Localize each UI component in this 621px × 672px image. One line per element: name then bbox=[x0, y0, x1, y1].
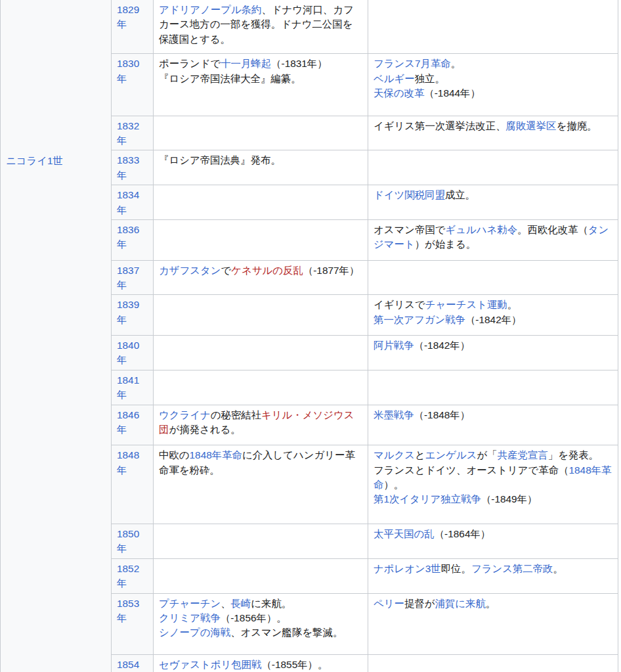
wiki-link[interactable]: 米墨戦争 bbox=[374, 409, 414, 420]
text-segment: （-1842年） bbox=[465, 314, 522, 325]
russia-events-cell: セヴァストポリ包囲戦（-1855年）。 bbox=[154, 654, 368, 672]
wiki-link[interactable]: ドイツ関税同盟 bbox=[374, 189, 445, 200]
text-segment: 即位。 bbox=[441, 563, 471, 574]
russia-events-cell: ウクライナの秘密結社キリル・メソジウス団が摘発される。 bbox=[154, 405, 368, 445]
text-segment: が摘発される。 bbox=[169, 424, 240, 435]
year-link[interactable]: 1850年 bbox=[117, 528, 139, 554]
year-link[interactable]: 1853年 bbox=[117, 598, 139, 623]
russia-events-cell: カザフスタンでケネサルの反乱（-1877年） bbox=[154, 260, 368, 295]
text-segment: 提督が bbox=[404, 598, 435, 609]
wiki-link[interactable]: 長崎 bbox=[231, 598, 251, 609]
world-events-cell: フランス7月革命。 ベルギー独立。 天保の改革（-1844年） bbox=[368, 54, 618, 116]
russia-events-cell: プチャーチン、長崎に来航。 クリミア戦争（-1856年）。 シノープの海戦、オス… bbox=[154, 593, 368, 654]
wiki-link[interactable]: マルクス bbox=[374, 449, 415, 460]
year-link[interactable]: 1840年 bbox=[117, 340, 139, 365]
text-segment: 『ロシア帝国法典』発布。 bbox=[159, 154, 281, 166]
wiki-link[interactable]: エンゲルス bbox=[425, 449, 477, 460]
year-link[interactable]: 1837年 bbox=[117, 265, 139, 290]
year-link[interactable]: 1839年 bbox=[117, 299, 139, 325]
wiki-link[interactable]: アドリアノープル条約 bbox=[159, 4, 261, 15]
wiki-link[interactable]: ペリー bbox=[374, 598, 404, 609]
year-cell: 1830年 bbox=[112, 54, 154, 116]
year-link[interactable]: 1852年 bbox=[117, 563, 139, 589]
timeline-row: ニコライ1世1829年アドリアノープル条約、ドナウ河口、カフカース地方の一部を獲… bbox=[1, 0, 618, 54]
wiki-link[interactable]: ベルギー bbox=[374, 73, 415, 84]
text-segment: （-1877年） bbox=[303, 265, 360, 276]
year-link[interactable]: 1836年 bbox=[117, 224, 139, 250]
text-segment: （-1864年） bbox=[435, 528, 491, 539]
text-segment: （-1856年）。 bbox=[221, 612, 287, 623]
year-link[interactable]: 1830年 bbox=[117, 58, 139, 83]
wiki-link[interactable]: シノープの海戦 bbox=[159, 627, 230, 638]
russia-events-cell: 『ロシア帝国法典』発布。 bbox=[154, 150, 368, 185]
year-link[interactable]: 1854年 bbox=[117, 659, 139, 672]
year-cell: 1853年 bbox=[112, 593, 154, 654]
text-segment: で bbox=[221, 265, 232, 276]
year-cell: 1833年 bbox=[112, 150, 154, 185]
text-segment: 中欧の bbox=[159, 449, 190, 460]
wiki-link[interactable]: カザフスタン bbox=[159, 265, 221, 276]
year-link[interactable]: 1846年 bbox=[117, 409, 139, 435]
year-cell: 1854年 bbox=[112, 654, 154, 672]
text-segment: ポーランドで bbox=[159, 58, 221, 69]
wiki-link[interactable]: チャーチスト運動 bbox=[425, 299, 507, 310]
year-link[interactable]: 1829年 bbox=[117, 4, 139, 30]
wiki-link[interactable]: 第1次イタリア独立戦争 bbox=[374, 493, 481, 504]
wiki-link[interactable]: 第一次アフガン戦争 bbox=[374, 314, 465, 325]
wiki-link[interactable]: 阿片戦争 bbox=[374, 340, 414, 351]
wiki-article-viewport: ニコライ1世1829年アドリアノープル条約、ドナウ河口、カフカース地方の一部を獲… bbox=[0, 0, 621, 672]
ruler-link[interactable]: ニコライ1世 bbox=[6, 155, 63, 166]
year-cell: 1848年 bbox=[112, 445, 154, 524]
wiki-link[interactable]: ギュルハネ勅令 bbox=[446, 224, 518, 235]
text-segment: オスマン帝国で bbox=[374, 224, 446, 235]
wiki-link[interactable]: ウクライナ bbox=[159, 409, 211, 420]
russia-events-cell bbox=[154, 116, 368, 150]
year-cell: 1846年 bbox=[112, 405, 154, 445]
year-cell: 1832年 bbox=[112, 116, 154, 150]
world-events-cell bbox=[368, 260, 618, 295]
year-link[interactable]: 1832年 bbox=[117, 120, 139, 146]
text-segment: （-1844年） bbox=[424, 87, 481, 99]
wiki-link[interactable]: ナポレオン3世 bbox=[374, 563, 441, 574]
world-events-cell: ドイツ関税同盟成立。 bbox=[368, 185, 618, 220]
wiki-link[interactable]: 天保の改革 bbox=[374, 87, 424, 99]
russia-events-cell: ポーランドで十一月蜂起（-1831年） 『ロシア帝国法律大全』編纂。 bbox=[154, 54, 368, 116]
wiki-link[interactable]: クリミア戦争 bbox=[159, 612, 221, 623]
wiki-link[interactable]: 1848年革命 bbox=[190, 449, 242, 460]
wiki-link[interactable]: 共産党宣言 bbox=[498, 449, 548, 460]
text-segment: イギリス第一次選挙法改正、 bbox=[374, 120, 506, 131]
wiki-link[interactable]: 十一月蜂起 bbox=[221, 58, 271, 69]
russia-events-cell bbox=[154, 220, 368, 261]
text-segment: を撤廃。 bbox=[556, 120, 597, 131]
wiki-link[interactable]: セヴァストポリ包囲戦 bbox=[159, 659, 261, 670]
wiki-link[interactable]: フランス7月革命 bbox=[374, 58, 451, 69]
text-segment: 。 bbox=[486, 598, 496, 609]
year-link[interactable]: 1834年 bbox=[117, 189, 139, 215]
year-link[interactable]: 1848年 bbox=[117, 449, 139, 475]
text-segment: 成立。 bbox=[445, 189, 475, 200]
year-link[interactable]: 1841年 bbox=[117, 374, 139, 400]
text-segment: イギリスで bbox=[374, 299, 425, 310]
russia-events-cell bbox=[154, 295, 368, 336]
world-events-cell: 米墨戦争（-1848年） bbox=[368, 405, 618, 445]
year-cell: 1839年 bbox=[112, 295, 154, 336]
wiki-link[interactable]: 浦賀に来航 bbox=[435, 598, 485, 609]
wiki-link[interactable]: プチャーチン bbox=[159, 598, 221, 609]
text-segment: ）。 bbox=[383, 479, 404, 490]
text-segment: が「 bbox=[477, 449, 498, 460]
world-events-cell bbox=[368, 654, 618, 672]
history-timeline-table: ニコライ1世1829年アドリアノープル条約、ドナウ河口、カフカース地方の一部を獲… bbox=[0, 0, 618, 672]
wiki-link[interactable]: フランス第二帝政 bbox=[471, 563, 553, 574]
text-segment: （-1849年） bbox=[481, 493, 538, 504]
year-cell: 1850年 bbox=[112, 524, 154, 558]
world-events-cell: ナポレオン3世即位。フランス第二帝政。 bbox=[368, 558, 618, 593]
year-link[interactable]: 1833年 bbox=[117, 154, 139, 180]
wiki-link[interactable]: 太平天国の乱 bbox=[374, 528, 435, 539]
year-cell: 1834年 bbox=[112, 185, 154, 220]
russia-events-cell bbox=[154, 558, 368, 593]
redlink[interactable]: ケネサルの反乱 bbox=[231, 265, 303, 276]
world-events-cell: ペリー提督が浦賀に来航。 bbox=[368, 593, 618, 654]
wiki-link[interactable]: 腐敗選挙区 bbox=[506, 120, 557, 131]
year-cell: 1836年 bbox=[112, 220, 154, 261]
text-segment: と bbox=[415, 449, 425, 460]
